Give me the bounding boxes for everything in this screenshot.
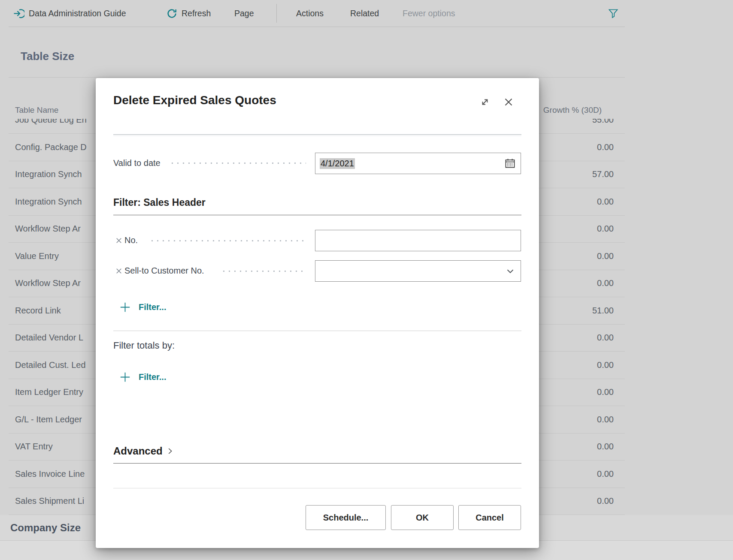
chevron-right-icon — [165, 446, 175, 456]
ok-button[interactable]: OK — [391, 505, 454, 530]
table-name-cell: Sales Shipment Li — [15, 496, 84, 506]
dotted-leader — [170, 163, 306, 164]
sell-to-customer-no-label: Sell-to Customer No. — [124, 266, 204, 276]
group-heading-rule — [113, 215, 521, 215]
advanced-toggle[interactable]: Advanced — [113, 445, 175, 457]
company-size-heading: Company Size — [10, 522, 81, 534]
add-filter-link[interactable]: Filter... — [119, 301, 166, 313]
cancel-button[interactable]: Cancel — [458, 505, 521, 530]
title-separator — [113, 134, 521, 135]
footer-divider — [113, 488, 521, 488]
plus-icon — [119, 371, 131, 383]
filter-totals-by-heading: Filter totals by: — [113, 340, 175, 351]
table-name-cell: Sales Invoice Line — [15, 469, 85, 479]
calendar-icon[interactable] — [504, 158, 516, 169]
chevron-down-icon[interactable] — [505, 265, 516, 277]
table-name-cell: Workflow Step Ar — [15, 278, 81, 288]
table-name-cell: Workflow Step Ar — [15, 224, 81, 234]
growth-percent-cell: 0.00 — [597, 197, 614, 207]
add-filter-label: Filter... — [139, 372, 166, 382]
remove-filter-x-icon[interactable] — [116, 238, 122, 244]
growth-percent-cell: 0.00 — [597, 224, 614, 234]
growth-percent-cell: 57.00 — [592, 169, 614, 179]
section-divider — [113, 331, 521, 331]
valid-to-date-input[interactable]: 4/1/2021 — [315, 153, 521, 174]
growth-percent-cell: 0.00 — [597, 496, 614, 506]
expand-diagonal-icon[interactable] — [479, 96, 491, 108]
table-name-cell: Detailed Vendor L — [15, 333, 83, 343]
growth-percent-cell: 0.00 — [597, 360, 614, 370]
table-name-cell: Detailed Cust. Led — [15, 360, 86, 370]
growth-percent-cell: 0.00 — [597, 142, 614, 152]
advanced-label: Advanced — [113, 445, 163, 457]
growth-percent-cell: 0.00 — [597, 251, 614, 261]
group-heading-rule — [113, 463, 521, 464]
growth-percent-cell: 0.00 — [597, 415, 614, 425]
growth-percent-cell: 0.00 — [597, 442, 614, 452]
valid-to-date-label: Valid to date — [113, 158, 161, 168]
growth-percent-cell: 0.00 — [597, 278, 614, 288]
sell-to-customer-no-input[interactable] — [315, 260, 521, 282]
add-totals-filter-link[interactable]: Filter... — [119, 371, 166, 383]
table-name-cell: Value Entry — [15, 251, 59, 261]
table-name-cell: Record Link — [15, 306, 61, 316]
table-name-cell: Integration Synch — [15, 197, 82, 207]
add-filter-label: Filter... — [139, 302, 166, 312]
delete-expired-sales-quotes-dialog: Delete Expired Sales Quotes Valid to dat… — [96, 78, 539, 548]
growth-percent-cell: 51.00 — [592, 306, 614, 316]
dialog-title: Delete Expired Sales Quotes — [113, 93, 276, 107]
close-icon[interactable] — [503, 96, 515, 108]
no-filter-label: No. — [124, 235, 138, 245]
table-name-cell: VAT Entry — [15, 442, 53, 452]
column-header-growth[interactable]: Growth % (30D) — [543, 105, 602, 115]
dotted-leader — [149, 240, 306, 241]
growth-percent-cell: 0.00 — [597, 469, 614, 479]
no-filter-input[interactable] — [315, 230, 521, 251]
remove-filter-x-icon[interactable] — [116, 268, 122, 274]
dotted-leader — [221, 271, 306, 272]
growth-percent-cell: 0.00 — [597, 333, 614, 343]
table-name-cell: Item Ledger Entry — [15, 387, 83, 397]
column-header-table-name[interactable]: Table Name — [15, 105, 58, 115]
business-central-screen: Data Administration Guide Refresh Page A… — [0, 0, 733, 560]
title-separator-shadow — [113, 135, 521, 136]
table-name-cell: Config. Package D — [15, 142, 87, 152]
valid-to-date-value: 4/1/2021 — [320, 158, 355, 169]
plus-icon — [119, 301, 131, 313]
schedule-button[interactable]: Schedule... — [306, 505, 386, 530]
filter-sales-header-heading: Filter: Sales Header — [113, 197, 206, 208]
table-name-cell: G/L - Item Ledger — [15, 415, 82, 425]
growth-percent-cell: 0.00 — [597, 387, 614, 397]
table-name-cell: Integration Synch — [15, 169, 82, 179]
